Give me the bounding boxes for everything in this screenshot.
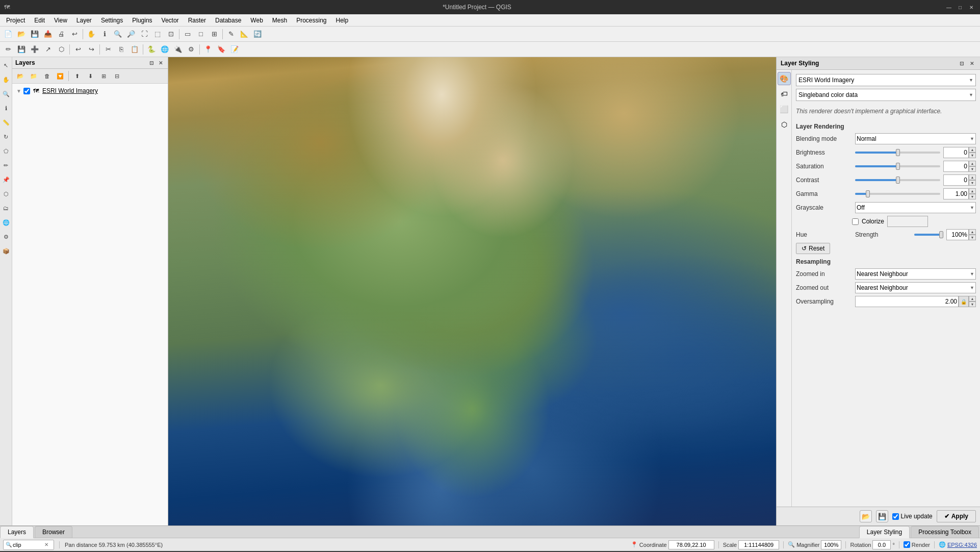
- menu-web[interactable]: Web: [246, 16, 267, 25]
- oversampling-input[interactable]: [855, 296, 959, 307]
- colorize-checkbox[interactable]: [852, 218, 859, 225]
- tab-processing-toolbox[interactable]: Processing Toolbox: [911, 526, 979, 538]
- layer-selector[interactable]: ESRI World Imagery ▼: [796, 74, 976, 86]
- maximize-button[interactable]: □: [956, 3, 965, 12]
- left-tb-layer[interactable]: 🗂: [0, 202, 12, 214]
- tb-move-feature[interactable]: ↗: [42, 43, 54, 56]
- layer-name[interactable]: ESRI World Imagery: [42, 87, 98, 94]
- strength-track[interactable]: [914, 234, 943, 236]
- oversampling-spin-up[interactable]: ▲: [969, 296, 976, 302]
- left-tb-polygon[interactable]: ⬠: [0, 145, 12, 157]
- save-style-button[interactable]: 💾: [876, 510, 888, 522]
- gamma-spin-up[interactable]: ▲: [969, 188, 976, 194]
- left-tb-identify[interactable]: ℹ: [0, 102, 12, 114]
- open-style-button[interactable]: 📂: [860, 510, 872, 522]
- saturation-spin-up[interactable]: ▲: [969, 161, 976, 166]
- tb-redo[interactable]: ↪: [85, 43, 97, 56]
- menu-database[interactable]: Database: [211, 16, 245, 25]
- search-input[interactable]: [13, 542, 43, 548]
- left-tb-measure[interactable]: 📏: [0, 116, 12, 129]
- scale-input[interactable]: [738, 540, 779, 549]
- coordinate-input[interactable]: [668, 540, 714, 549]
- apply-button[interactable]: ✔ Apply: [937, 510, 976, 522]
- tb-save-as[interactable]: 📥: [42, 28, 54, 40]
- tb-bookmark[interactable]: 🔖: [215, 43, 227, 56]
- left-tb-zoom[interactable]: 🔍: [0, 88, 12, 100]
- map-canvas[interactable]: [168, 57, 776, 525]
- left-tb-settings[interactable]: ⚙: [0, 231, 12, 243]
- tb-undo2[interactable]: ↩: [72, 43, 84, 56]
- zoomed-out-select[interactable]: Nearest Neighbour ▼: [855, 282, 976, 293]
- tb-print[interactable]: 🖨: [55, 28, 67, 40]
- tb-open[interactable]: 📂: [15, 28, 28, 40]
- tb-pan[interactable]: ✋: [85, 28, 97, 40]
- layer-checkbox[interactable]: [23, 88, 30, 94]
- tb-zoom-layer[interactable]: ⬚: [151, 28, 164, 40]
- tab-layers[interactable]: Layers: [0, 526, 34, 538]
- oversampling-spin-down[interactable]: ▼: [969, 302, 976, 307]
- strength-input[interactable]: [946, 229, 969, 240]
- tb-cut[interactable]: ✂: [102, 43, 114, 56]
- saturation-input[interactable]: [943, 161, 969, 172]
- layers-tb-new-group[interactable]: 📁: [28, 70, 40, 82]
- tab-mask[interactable]: ⬜: [778, 103, 791, 116]
- tab-3d[interactable]: ⬡: [778, 118, 791, 131]
- layers-tb-up[interactable]: ⬆: [71, 70, 83, 82]
- layers-tb-filter[interactable]: 🔽: [54, 70, 66, 82]
- epsg-value[interactable]: EPSG:4326: [947, 542, 977, 548]
- tb-edit-nodes[interactable]: ✎: [225, 28, 237, 40]
- tab-layer-styling[interactable]: Layer Styling: [859, 526, 910, 538]
- search-clear[interactable]: ✕: [44, 542, 48, 547]
- menu-plugins[interactable]: Plugins: [128, 16, 156, 25]
- tab-browser[interactable]: Browser: [35, 526, 72, 538]
- tb-copy[interactable]: ⎘: [115, 43, 127, 56]
- contrast-track[interactable]: [855, 179, 940, 181]
- blending-mode-select[interactable]: Normal ▼: [855, 133, 976, 144]
- gamma-spin-down[interactable]: ▼: [969, 194, 976, 199]
- saturation-track[interactable]: [855, 165, 940, 167]
- left-tb-globe[interactable]: 🌐: [0, 216, 12, 229]
- layers-tb-collapse[interactable]: ⊟: [111, 70, 123, 82]
- left-tb-pan[interactable]: ✋: [0, 73, 12, 86]
- tb-plugin1[interactable]: 🔌: [172, 43, 184, 56]
- contrast-spin-up[interactable]: ▲: [969, 174, 976, 180]
- tb-digitize[interactable]: ✏: [2, 43, 14, 56]
- brightness-input[interactable]: [943, 147, 969, 158]
- menu-view[interactable]: View: [50, 16, 71, 25]
- oversampling-lock[interactable]: 🔒: [959, 296, 969, 307]
- menu-vector[interactable]: Vector: [158, 16, 183, 25]
- panel-resize[interactable]: ⊡: [147, 59, 156, 67]
- reset-button[interactable]: ↺ Reset: [796, 243, 830, 254]
- menu-layer[interactable]: Layer: [72, 16, 96, 25]
- saturation-spin-down[interactable]: ▼: [969, 166, 976, 172]
- saturation-thumb[interactable]: [896, 163, 900, 170]
- brightness-thumb[interactable]: [896, 149, 900, 156]
- contrast-spin-down[interactable]: ▼: [969, 180, 976, 186]
- tb-plugin2[interactable]: ⚙: [185, 43, 197, 56]
- tb-measure[interactable]: 📐: [238, 28, 250, 40]
- menu-settings[interactable]: Settings: [97, 16, 127, 25]
- gamma-input[interactable]: [943, 188, 969, 199]
- tb-new[interactable]: 📄: [2, 28, 14, 40]
- grayscale-select[interactable]: Off ▼: [855, 202, 976, 213]
- tb-select[interactable]: ▭: [182, 28, 194, 40]
- menu-raster[interactable]: Raster: [184, 16, 210, 25]
- contrast-thumb[interactable]: [896, 177, 900, 184]
- close-button[interactable]: ✕: [967, 3, 976, 12]
- menu-help[interactable]: Help: [332, 16, 353, 25]
- render-checkbox[interactable]: [904, 541, 910, 548]
- tb-vertex-tool[interactable]: ⬡: [55, 43, 67, 56]
- tab-symbology[interactable]: 🎨: [778, 72, 791, 85]
- zoomed-in-select[interactable]: Nearest Neighbour ▼: [855, 268, 976, 280]
- left-tb-box[interactable]: 📦: [0, 245, 12, 257]
- rotation-input[interactable]: [872, 540, 891, 549]
- tb-undo[interactable]: ↩: [68, 28, 81, 40]
- gamma-track[interactable]: [855, 193, 940, 195]
- tb-zoom-in[interactable]: 🔍: [112, 28, 124, 40]
- styling-close[interactable]: ✕: [968, 59, 976, 67]
- left-tb-select[interactable]: ↖: [0, 59, 12, 71]
- layers-tb-open[interactable]: 📂: [14, 70, 27, 82]
- layers-tb-down[interactable]: ⬇: [84, 70, 96, 82]
- brightness-spin-down[interactable]: ▼: [969, 153, 976, 158]
- strength-spin-down[interactable]: ▼: [969, 235, 976, 240]
